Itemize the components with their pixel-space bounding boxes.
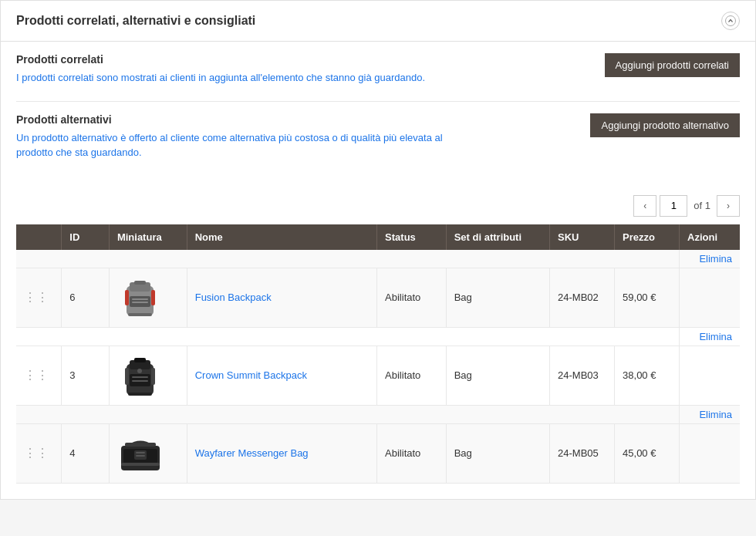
product-name-cell: Crown Summit Backpack xyxy=(187,346,376,405)
svg-point-0 xyxy=(726,16,736,26)
product-thumbnail-cell xyxy=(109,346,187,405)
drag-handle-cell[interactable]: ⋮⋮ xyxy=(16,346,62,405)
alternative-section-desc: Un prodotto alternativo è offerto al cli… xyxy=(16,130,448,160)
table-elimina-row: Elimina xyxy=(16,405,740,423)
svg-rect-14 xyxy=(132,376,148,378)
collapse-button[interactable] xyxy=(721,12,740,30)
svg-rect-6 xyxy=(132,302,148,303)
product-status-cell: Abilitato xyxy=(377,423,447,483)
add-related-button[interactable]: Aggiungi prodotti correlati xyxy=(605,53,740,77)
drag-handle-icon[interactable]: ⋮⋮ xyxy=(24,291,49,304)
delete-link[interactable]: Elimina xyxy=(699,409,732,420)
section-divider-1 xyxy=(16,101,740,102)
product-id-cell: 6 xyxy=(62,268,110,327)
svg-rect-15 xyxy=(132,380,148,382)
drag-handle-cell[interactable]: ⋮⋮ xyxy=(16,268,62,327)
product-status-cell: Abilitato xyxy=(377,346,447,405)
product-thumbnail-cell xyxy=(109,268,187,327)
page-title: Prodotti correlati, alternativi e consig… xyxy=(16,14,255,28)
svg-rect-9 xyxy=(128,313,152,316)
table-elimina-row: Elimina xyxy=(16,250,740,268)
page-of-label: of 1 xyxy=(690,200,714,211)
svg-rect-18 xyxy=(128,393,152,396)
product-sku-cell: 24-MB02 xyxy=(550,268,615,327)
next-icon: › xyxy=(727,201,730,211)
drag-handle-icon[interactable]: ⋮⋮ xyxy=(24,369,49,382)
svg-rect-8 xyxy=(151,290,155,305)
svg-rect-24 xyxy=(136,452,145,453)
col-header-drag xyxy=(16,224,62,250)
table-elimina-row: Elimina xyxy=(16,327,740,346)
product-actions-cell xyxy=(680,346,740,405)
svg-rect-26 xyxy=(125,443,156,447)
delete-link[interactable]: Elimina xyxy=(699,253,732,265)
products-table: ID Miniatura Nome Status Set di attribut… xyxy=(16,224,740,484)
product-id-cell: 4 xyxy=(62,423,110,483)
product-price-cell: 59,00 € xyxy=(615,268,680,327)
product-actions-cell xyxy=(680,268,740,327)
svg-rect-5 xyxy=(132,298,148,300)
product-status-cell: Abilitato xyxy=(377,268,447,327)
prev-page-button[interactable]: ‹ xyxy=(633,195,656,217)
col-header-actions: Azioni xyxy=(680,224,740,250)
col-header-name: Nome xyxy=(187,224,376,250)
product-price-cell: 38,00 € xyxy=(615,346,680,405)
table-row: ⋮⋮ 3 Crown Summit Backpack Abilitato xyxy=(16,346,740,405)
delete-link[interactable]: Elimina xyxy=(699,331,732,342)
svg-point-19 xyxy=(137,369,142,373)
drag-handle-cell[interactable]: ⋮⋮ xyxy=(16,423,62,483)
add-alternative-button[interactable]: Aggiungi prodotto alternativo xyxy=(590,113,740,137)
section-header: Prodotti correlati, alternativi e consig… xyxy=(1,1,755,42)
product-name-link[interactable]: Wayfarer Messenger Bag xyxy=(195,447,309,459)
table-row: ⋮⋮ 4 Wayfarer Messenger Bag Abilitato Ba… xyxy=(16,423,740,483)
svg-rect-17 xyxy=(151,368,155,385)
col-header-price: Prezzo xyxy=(615,224,680,250)
product-thumbnail xyxy=(117,275,164,321)
col-header-status: Status xyxy=(377,224,447,250)
related-products-section: Prodotti correlati I prodotti correlati … xyxy=(16,53,740,86)
alternative-products-section: Prodotti alternativi Un prodotto alterna… xyxy=(16,113,740,160)
col-header-attributes: Set di attributi xyxy=(446,224,549,250)
product-name-link[interactable]: Crown Summit Backpack xyxy=(195,369,307,381)
product-name-cell: Fusion Backpack xyxy=(187,268,376,327)
svg-rect-16 xyxy=(125,368,129,385)
product-name-cell: Wayfarer Messenger Bag xyxy=(187,423,376,483)
col-header-sku: SKU xyxy=(550,224,615,250)
product-attributes-cell: Bag xyxy=(446,268,549,327)
product-price-cell: 45,00 € xyxy=(615,423,680,483)
products-table-wrapper: ID Miniatura Nome Status Set di attribut… xyxy=(1,224,755,499)
product-thumbnail xyxy=(117,352,164,399)
page-number-input[interactable] xyxy=(660,195,687,217)
table-row: ⋮⋮ 6 Fusion Backpack Abilitato Bag 2 xyxy=(16,268,740,327)
col-header-thumbnail: Miniatura xyxy=(109,224,187,250)
svg-rect-22 xyxy=(121,463,160,466)
alternative-section-title: Prodotti alternativi xyxy=(16,113,590,126)
drag-handle-icon[interactable]: ⋮⋮ xyxy=(24,447,49,460)
product-sku-cell: 24-MB05 xyxy=(550,423,615,483)
product-actions-cell xyxy=(680,423,740,483)
pagination: ‹ of 1 › xyxy=(1,187,755,224)
product-id-cell: 3 xyxy=(62,346,110,405)
related-section-desc: I prodotti correlati sono mostrati ai cl… xyxy=(16,70,448,86)
related-section-title: Prodotti correlati xyxy=(16,53,605,66)
product-thumbnail xyxy=(117,430,164,477)
svg-rect-3 xyxy=(134,281,146,285)
svg-rect-7 xyxy=(125,290,129,305)
product-thumbnail-cell xyxy=(109,423,187,483)
product-attributes-cell: Bag xyxy=(446,346,549,405)
product-sku-cell: 24-MB03 xyxy=(550,346,615,405)
svg-rect-12 xyxy=(134,358,146,362)
product-attributes-cell: Bag xyxy=(446,423,549,483)
next-page-button[interactable]: › xyxy=(717,195,740,217)
prev-icon: ‹ xyxy=(643,201,646,211)
product-name-link[interactable]: Fusion Backpack xyxy=(195,292,272,303)
table-header-row: ID Miniatura Nome Status Set di attribut… xyxy=(16,224,740,250)
col-header-id: ID xyxy=(62,224,110,250)
svg-rect-25 xyxy=(136,455,145,457)
